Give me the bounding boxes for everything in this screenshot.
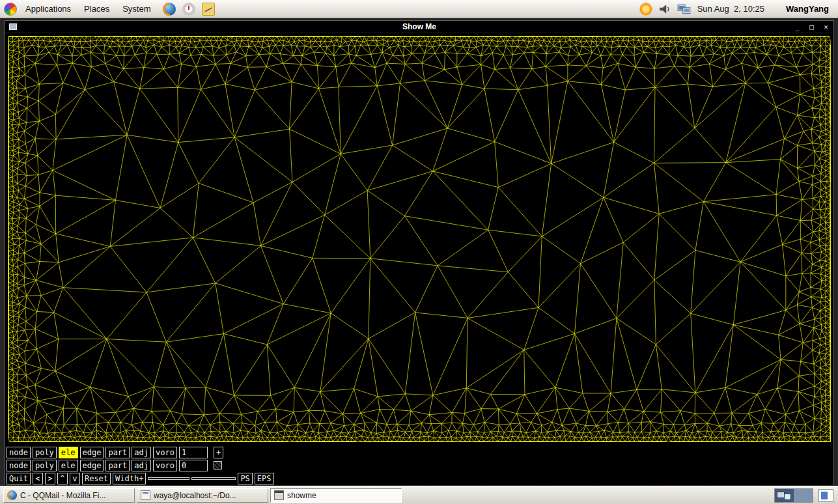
close-button[interactable]: × [822, 21, 830, 33]
ele-button-row1[interactable]: ele [59, 447, 78, 458]
poly-button-row1[interactable]: poly [33, 447, 57, 458]
maximize-button[interactable]: □ [808, 21, 815, 33]
mesh-canvas[interactable] [5, 33, 833, 445]
menu-system[interactable]: System [117, 1, 156, 16]
task-firefox[interactable]: C - QQMail - Mozilla Fi... [3, 488, 135, 503]
titlebar[interactable]: Show Me _ □ × [5, 21, 833, 33]
display-row-2: node poly ele edge part adj voro 0 [7, 459, 833, 471]
minimize-button[interactable]: _ [794, 21, 801, 33]
pan-right-button[interactable]: > [45, 473, 55, 484]
reset-button[interactable]: Reset [82, 473, 111, 484]
pan-down-button[interactable]: v [70, 473, 80, 484]
ps-button[interactable]: PS [238, 473, 252, 484]
firefox-icon [7, 490, 17, 500]
distro-logo-icon[interactable] [4, 3, 17, 16]
clock-launcher-icon[interactable] [182, 3, 195, 16]
voro-button-row1[interactable]: voro [153, 447, 177, 458]
taskbar: C - QQMail - Mozilla Fi... waya@localhos… [0, 486, 838, 504]
task-terminal[interactable]: waya@localhost:~/Do... [137, 488, 268, 503]
voro-button-row2[interactable]: voro [153, 460, 177, 471]
volume-icon[interactable] [658, 3, 671, 16]
display-row-1: node poly ele edge part adj voro 1 + [7, 446, 833, 458]
ele-button-row2[interactable]: ele [59, 460, 78, 471]
terminal-icon [141, 490, 150, 500]
small-toggle-button[interactable] [214, 461, 222, 469]
mesh-viewport[interactable] [5, 33, 833, 445]
window-menu-icon[interactable] [9, 23, 17, 30]
pan-up-button[interactable]: ^ [57, 473, 68, 484]
part-button-row2[interactable]: part [105, 460, 130, 471]
task-firefox-label: C - QQMail - Mozilla Fi... [20, 491, 105, 500]
update-notifier-icon[interactable] [639, 3, 652, 16]
window-icon [274, 490, 284, 500]
firefox-launcher-icon[interactable] [163, 3, 176, 16]
iteration-number-row1: 1 [179, 447, 208, 458]
pan-left-button[interactable]: < [33, 473, 43, 484]
quit-button[interactable]: Quit [7, 473, 31, 484]
iteration-number-row2: 0 [179, 460, 208, 471]
blank-button-2[interactable] [191, 477, 236, 480]
workspace-2[interactable] [794, 489, 813, 502]
notes-launcher-icon[interactable] [202, 3, 215, 16]
top-panel: Applications Places System Sun Aug 2, 10… [0, 0, 838, 18]
node-button-row1[interactable]: node [7, 447, 31, 458]
tray-icon[interactable] [818, 489, 833, 502]
eps-button[interactable]: EPS [255, 473, 274, 484]
node-button-row2[interactable]: node [7, 460, 31, 471]
network-monitors-icon[interactable] [677, 3, 691, 16]
part-button-row1[interactable]: part [105, 447, 130, 458]
menu-applications[interactable]: Applications [20, 1, 77, 16]
showme-controls: node poly ele edge part adj voro 1 + nod… [5, 445, 833, 485]
adj-button-row1[interactable]: adj [132, 447, 151, 458]
task-showme-label: showme [287, 491, 316, 500]
panel-clock[interactable]: Sun Aug 2, 10:25 [697, 4, 764, 14]
task-terminal-label: waya@localhost:~/Do... [154, 491, 236, 500]
workspace-switcher[interactable] [774, 488, 813, 503]
edge-button-row2[interactable]: edge [80, 460, 104, 471]
showme-window: Show Me _ □ × node poly ele edge part ad… [5, 20, 834, 485]
iteration-plus-button[interactable]: + [214, 447, 223, 458]
task-showme[interactable]: showme [270, 488, 402, 503]
width-plus-button[interactable]: Width+ [113, 473, 146, 484]
action-row: Quit < > ^ v Reset Width+ PS EPS [7, 472, 833, 484]
edge-button-row1[interactable]: edge [80, 447, 104, 458]
blank-button-1[interactable] [148, 477, 189, 480]
window-title: Show Me [5, 22, 833, 31]
adj-button-row2[interactable]: adj [132, 460, 151, 471]
menu-places[interactable]: Places [78, 1, 115, 16]
panel-username: WangYang [786, 4, 834, 14]
workspace-1[interactable] [775, 489, 794, 502]
poly-button-row2[interactable]: poly [33, 460, 57, 471]
